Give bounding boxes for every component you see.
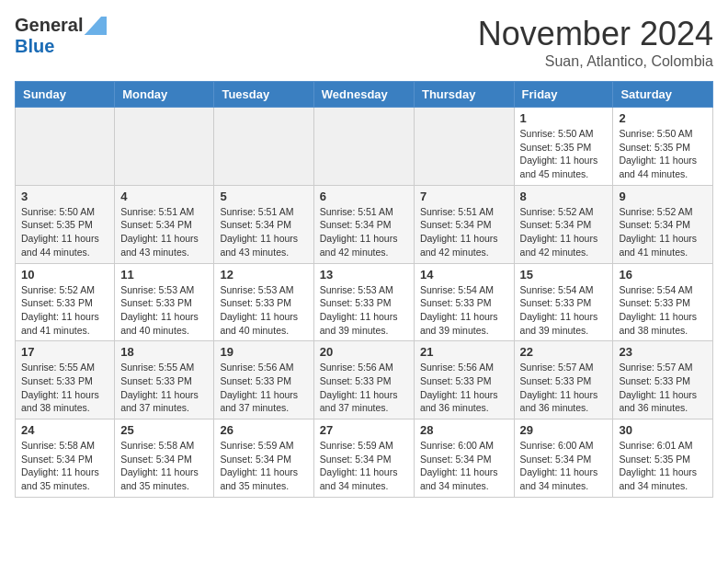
day-number: 5 bbox=[220, 190, 307, 203]
calendar-header-saturday: Saturday bbox=[613, 82, 713, 108]
day-info: Sunrise: 5:50 AM Sunset: 5:35 PM Dayligh… bbox=[520, 127, 608, 181]
day-number: 11 bbox=[120, 268, 208, 282]
calendar-header-monday: Monday bbox=[115, 82, 214, 108]
day-info: Sunrise: 5:55 AM Sunset: 5:33 PM Dayligh… bbox=[21, 361, 108, 415]
calendar-cell bbox=[16, 108, 115, 186]
day-info: Sunrise: 5:57 AM Sunset: 5:33 PM Dayligh… bbox=[619, 361, 707, 415]
svg-marker-1 bbox=[85, 17, 107, 35]
calendar-cell: 24Sunrise: 5:58 AM Sunset: 5:34 PM Dayli… bbox=[16, 419, 115, 498]
calendar-header-thursday: Thursday bbox=[414, 82, 514, 108]
day-info: Sunrise: 5:52 AM Sunset: 5:34 PM Dayligh… bbox=[520, 205, 608, 259]
calendar-cell: 4Sunrise: 5:51 AM Sunset: 5:34 PM Daylig… bbox=[115, 185, 214, 263]
calendar-header-friday: Friday bbox=[514, 82, 613, 108]
calendar-cell: 26Sunrise: 5:59 AM Sunset: 5:34 PM Dayli… bbox=[214, 419, 313, 498]
logo: General Blue bbox=[15, 15, 107, 57]
day-info: Sunrise: 5:51 AM Sunset: 5:34 PM Dayligh… bbox=[120, 205, 208, 259]
day-number: 7 bbox=[420, 190, 508, 203]
day-info: Sunrise: 5:58 AM Sunset: 5:34 PM Dayligh… bbox=[120, 439, 208, 493]
day-info: Sunrise: 5:53 AM Sunset: 5:33 PM Dayligh… bbox=[220, 283, 307, 338]
calendar-cell: 5Sunrise: 5:51 AM Sunset: 5:34 PM Daylig… bbox=[214, 185, 313, 263]
day-number: 6 bbox=[320, 190, 408, 203]
day-number: 1 bbox=[520, 111, 608, 125]
day-number: 2 bbox=[619, 111, 707, 125]
day-number: 20 bbox=[320, 345, 408, 359]
day-number: 4 bbox=[120, 190, 208, 203]
calendar-cell: 9Sunrise: 5:52 AM Sunset: 5:34 PM Daylig… bbox=[613, 185, 713, 263]
month-title: November 2024 bbox=[478, 15, 713, 53]
calendar-cell bbox=[313, 108, 414, 186]
day-info: Sunrise: 5:52 AM Sunset: 5:33 PM Dayligh… bbox=[21, 283, 108, 338]
day-info: Sunrise: 5:54 AM Sunset: 5:33 PM Dayligh… bbox=[619, 283, 707, 338]
day-info: Sunrise: 5:51 AM Sunset: 5:34 PM Dayligh… bbox=[220, 205, 307, 259]
day-number: 28 bbox=[420, 423, 508, 437]
day-info: Sunrise: 5:56 AM Sunset: 5:33 PM Dayligh… bbox=[420, 361, 508, 415]
day-info: Sunrise: 5:55 AM Sunset: 5:33 PM Dayligh… bbox=[120, 361, 208, 415]
calendar-cell: 12Sunrise: 5:53 AM Sunset: 5:33 PM Dayli… bbox=[214, 263, 313, 341]
day-number: 29 bbox=[520, 423, 608, 437]
day-number: 30 bbox=[619, 423, 707, 437]
day-info: Sunrise: 5:54 AM Sunset: 5:33 PM Dayligh… bbox=[520, 283, 608, 338]
logo-icon bbox=[85, 17, 107, 35]
day-number: 13 bbox=[320, 268, 408, 282]
calendar-header-wednesday: Wednesday bbox=[313, 82, 414, 108]
day-number: 27 bbox=[320, 423, 408, 437]
calendar-header-tuesday: Tuesday bbox=[214, 82, 313, 108]
day-number: 25 bbox=[120, 423, 208, 437]
day-info: Sunrise: 5:57 AM Sunset: 5:33 PM Dayligh… bbox=[520, 361, 608, 415]
day-number: 8 bbox=[520, 190, 608, 203]
day-number: 16 bbox=[619, 268, 707, 282]
calendar-cell bbox=[115, 108, 214, 186]
day-info: Sunrise: 5:56 AM Sunset: 5:33 PM Dayligh… bbox=[220, 361, 307, 415]
day-info: Sunrise: 5:51 AM Sunset: 5:34 PM Dayligh… bbox=[320, 205, 408, 259]
day-info: Sunrise: 5:59 AM Sunset: 5:34 PM Dayligh… bbox=[320, 439, 408, 493]
day-info: Sunrise: 5:58 AM Sunset: 5:34 PM Dayligh… bbox=[21, 439, 108, 493]
day-number: 21 bbox=[420, 345, 508, 359]
calendar-cell: 20Sunrise: 5:56 AM Sunset: 5:33 PM Dayli… bbox=[313, 341, 414, 419]
calendar-cell: 23Sunrise: 5:57 AM Sunset: 5:33 PM Dayli… bbox=[613, 341, 713, 419]
calendar-cell: 14Sunrise: 5:54 AM Sunset: 5:33 PM Dayli… bbox=[414, 263, 514, 341]
calendar-cell: 17Sunrise: 5:55 AM Sunset: 5:33 PM Dayli… bbox=[16, 341, 115, 419]
location-subtitle: Suan, Atlantico, Colombia bbox=[478, 53, 713, 70]
day-number: 15 bbox=[520, 268, 608, 282]
day-number: 18 bbox=[120, 345, 208, 359]
calendar-cell: 13Sunrise: 5:53 AM Sunset: 5:33 PM Dayli… bbox=[313, 263, 414, 341]
day-info: Sunrise: 5:51 AM Sunset: 5:34 PM Dayligh… bbox=[420, 205, 508, 259]
calendar-cell: 10Sunrise: 5:52 AM Sunset: 5:33 PM Dayli… bbox=[16, 263, 115, 341]
calendar-cell: 22Sunrise: 5:57 AM Sunset: 5:33 PM Dayli… bbox=[514, 341, 613, 419]
calendar-cell: 2Sunrise: 5:50 AM Sunset: 5:35 PM Daylig… bbox=[613, 108, 713, 186]
page-header: General Blue November 2024 Suan, Atlanti… bbox=[15, 15, 713, 70]
day-number: 26 bbox=[220, 423, 307, 437]
calendar-cell: 3Sunrise: 5:50 AM Sunset: 5:35 PM Daylig… bbox=[16, 185, 115, 263]
logo-general: General bbox=[15, 15, 83, 36]
calendar-cell: 29Sunrise: 6:00 AM Sunset: 5:34 PM Dayli… bbox=[514, 419, 613, 498]
day-info: Sunrise: 6:00 AM Sunset: 5:34 PM Dayligh… bbox=[420, 439, 508, 493]
calendar-cell: 27Sunrise: 5:59 AM Sunset: 5:34 PM Dayli… bbox=[313, 419, 414, 498]
day-info: Sunrise: 5:50 AM Sunset: 5:35 PM Dayligh… bbox=[619, 127, 707, 181]
calendar-cell: 15Sunrise: 5:54 AM Sunset: 5:33 PM Dayli… bbox=[514, 263, 613, 341]
day-number: 23 bbox=[619, 345, 707, 359]
day-info: Sunrise: 5:53 AM Sunset: 5:33 PM Dayligh… bbox=[320, 283, 408, 338]
calendar-cell: 8Sunrise: 5:52 AM Sunset: 5:34 PM Daylig… bbox=[514, 185, 613, 263]
day-info: Sunrise: 5:56 AM Sunset: 5:33 PM Dayligh… bbox=[320, 361, 408, 415]
calendar-cell bbox=[414, 108, 514, 186]
day-info: Sunrise: 5:50 AM Sunset: 5:35 PM Dayligh… bbox=[21, 205, 108, 259]
day-info: Sunrise: 5:52 AM Sunset: 5:34 PM Dayligh… bbox=[619, 205, 707, 259]
day-number: 17 bbox=[21, 345, 108, 359]
day-info: Sunrise: 5:59 AM Sunset: 5:34 PM Dayligh… bbox=[220, 439, 307, 493]
day-info: Sunrise: 6:01 AM Sunset: 5:35 PM Dayligh… bbox=[619, 439, 707, 493]
calendar-table: SundayMondayTuesdayWednesdayThursdayFrid… bbox=[15, 81, 713, 498]
day-number: 12 bbox=[220, 268, 307, 282]
day-number: 9 bbox=[619, 190, 707, 203]
calendar-cell: 21Sunrise: 5:56 AM Sunset: 5:33 PM Dayli… bbox=[414, 341, 514, 419]
day-number: 19 bbox=[220, 345, 307, 359]
calendar-header-sunday: Sunday bbox=[16, 82, 115, 108]
day-info: Sunrise: 5:53 AM Sunset: 5:33 PM Dayligh… bbox=[120, 283, 208, 338]
calendar-cell: 6Sunrise: 5:51 AM Sunset: 5:34 PM Daylig… bbox=[313, 185, 414, 263]
calendar-cell: 1Sunrise: 5:50 AM Sunset: 5:35 PM Daylig… bbox=[514, 108, 613, 186]
day-info: Sunrise: 6:00 AM Sunset: 5:34 PM Dayligh… bbox=[520, 439, 608, 493]
calendar-cell: 18Sunrise: 5:55 AM Sunset: 5:33 PM Dayli… bbox=[115, 341, 214, 419]
day-number: 14 bbox=[420, 268, 508, 282]
calendar-cell: 19Sunrise: 5:56 AM Sunset: 5:33 PM Dayli… bbox=[214, 341, 313, 419]
day-number: 24 bbox=[21, 423, 108, 437]
logo-blue: Blue bbox=[15, 36, 54, 57]
